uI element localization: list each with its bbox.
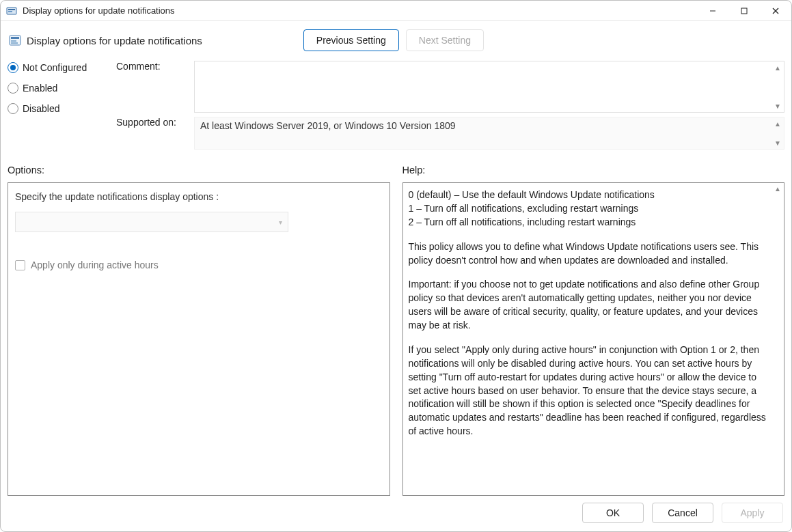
- scroll-up-icon[interactable]: ▲: [773, 63, 782, 72]
- help-text-paragraph: Important: if you choose not to get upda…: [409, 278, 772, 333]
- minimize-button[interactable]: [697, 1, 728, 20]
- section-labels: Options: Help:: [1, 150, 791, 182]
- scroll-down-icon: ▼: [773, 138, 782, 148]
- app-icon: [6, 5, 17, 16]
- policy-icon: [9, 34, 21, 46]
- dialog-header: Display options for update notifications…: [1, 21, 791, 61]
- radio-enabled[interactable]: Enabled: [8, 83, 113, 94]
- help-text-paragraph: If you select "Apply only during active …: [409, 344, 772, 438]
- radio-label: Enabled: [23, 83, 57, 94]
- next-setting-button: Next Setting: [406, 29, 484, 51]
- state-radio-group: Not Configured Enabled Disabled: [8, 61, 113, 150]
- previous-setting-button[interactable]: Previous Setting: [303, 29, 399, 51]
- cancel-button[interactable]: Cancel: [652, 503, 713, 523]
- svg-rect-1: [8, 9, 15, 10]
- help-text-line: 1 – Turn off all notifications, excludin…: [409, 202, 772, 216]
- radio-disabled[interactable]: Disabled: [8, 103, 113, 114]
- radio-icon: [8, 62, 18, 73]
- maximize-button[interactable]: [728, 1, 760, 20]
- svg-rect-10: [11, 42, 18, 44]
- active-hours-checkbox: [15, 260, 25, 270]
- help-section-label: Help:: [402, 165, 785, 176]
- scroll-down-icon[interactable]: ▼: [773, 101, 782, 111]
- options-section-label: Options:: [8, 165, 390, 176]
- ok-button[interactable]: OK: [582, 503, 644, 523]
- supported-on-text: At least Windows Server 2019, or Windows…: [200, 120, 456, 131]
- options-dropdown: ▾: [15, 212, 288, 232]
- titlebar: Display options for update notifications: [1, 1, 791, 21]
- radio-label: Disabled: [23, 103, 59, 114]
- policy-title: Display options for update notifications: [27, 35, 202, 46]
- panels: Specify the update notifications display…: [1, 182, 791, 496]
- svg-rect-4: [741, 8, 747, 14]
- close-button[interactable]: [760, 1, 791, 20]
- supported-on-label: Supported on:: [116, 117, 191, 150]
- scroll-up-icon[interactable]: ▲: [773, 184, 782, 194]
- options-dropdown-label: Specify the update notifications display…: [15, 191, 383, 202]
- scroll-up-icon: ▲: [773, 119, 782, 128]
- dialog-footer: OK Cancel Apply: [1, 496, 791, 531]
- nav-buttons: Previous Setting Next Setting: [303, 29, 484, 51]
- radio-not-configured[interactable]: Not Configured: [8, 62, 113, 73]
- radio-label: Not Configured: [23, 62, 87, 73]
- supported-on-value: At least Windows Server 2019, or Windows…: [194, 117, 784, 150]
- svg-rect-2: [8, 11, 12, 12]
- options-panel: Specify the update notifications display…: [8, 182, 390, 496]
- radio-icon: [8, 103, 18, 114]
- help-panel: ▲ 0 (default) – Use the default Windows …: [402, 182, 785, 496]
- comment-label: Comment:: [116, 61, 191, 113]
- help-text-paragraph: This policy allows you to define what Wi…: [409, 240, 772, 268]
- active-hours-checkbox-row: Apply only during active hours: [15, 260, 383, 270]
- svg-rect-8: [11, 37, 19, 39]
- window-title: Display options for update notifications: [23, 5, 697, 16]
- radio-icon: [8, 83, 18, 94]
- chevron-down-icon: ▾: [279, 219, 282, 226]
- apply-button: Apply: [722, 503, 783, 523]
- policy-dialog: Display options for update notifications…: [0, 0, 792, 532]
- svg-rect-9: [11, 40, 16, 42]
- help-text-line: 0 (default) – Use the default Windows Up…: [409, 188, 772, 202]
- active-hours-label: Apply only during active hours: [31, 260, 159, 270]
- window-controls: [697, 1, 791, 20]
- help-text-line: 2 – Turn off all notifications, includin…: [409, 216, 772, 229]
- comment-textarea[interactable]: ▲ ▼: [194, 61, 784, 113]
- config-area: Not Configured Enabled Disabled Comment:…: [1, 61, 791, 150]
